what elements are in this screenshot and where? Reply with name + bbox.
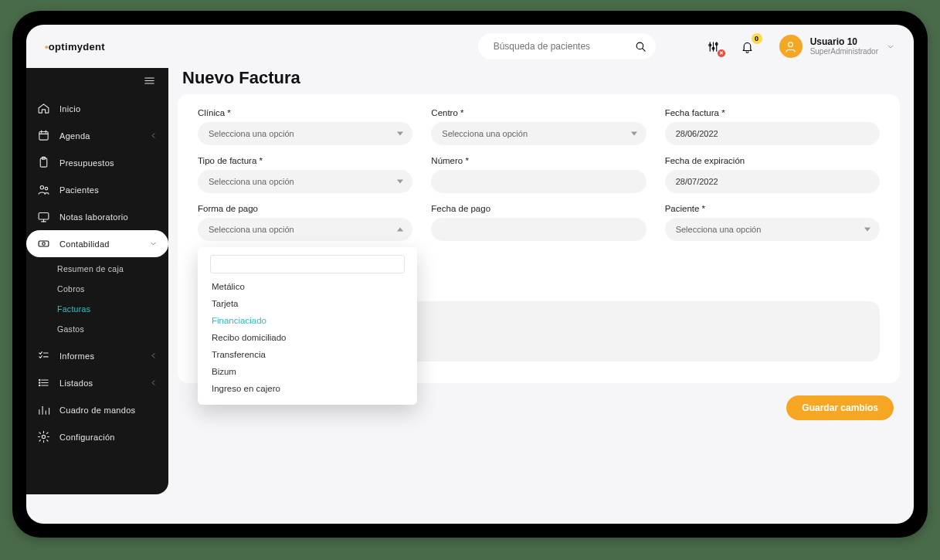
label-centro: Centro * xyxy=(431,108,646,117)
svg-point-24 xyxy=(42,243,46,246)
sidebar-item-notas-lab[interactable]: Notas laboratorio xyxy=(26,203,168,230)
sidebar-item-inicio[interactable]: Inicio xyxy=(26,95,168,122)
svg-rect-20 xyxy=(39,213,49,220)
input-numero[interactable] xyxy=(431,170,646,193)
svg-point-18 xyxy=(40,186,43,189)
chevron-down-icon xyxy=(149,237,158,250)
menu-icon xyxy=(143,74,156,87)
group-tipo-factura: Tipo de factura * Selecciona una opción xyxy=(198,156,412,193)
sidebar-item-label: Configuración xyxy=(59,433,115,442)
invoice-form: Clínica * Selecciona una opción Centro *… xyxy=(178,94,900,383)
sub-item-gastos[interactable]: Gastos xyxy=(26,319,168,339)
sidebar-item-informes[interactable]: Informes xyxy=(26,342,168,369)
label-tipo-factura: Tipo de factura * xyxy=(198,156,412,165)
select-paciente[interactable]: Selecciona una opción xyxy=(665,218,880,241)
chevron-left-icon xyxy=(149,129,158,142)
sidebar: Inicio Agenda Presupuestos Pacientes xyxy=(26,68,168,494)
select-forma-pago[interactable]: Selecciona una opción xyxy=(198,218,412,241)
sidebar-item-label: Inicio xyxy=(59,104,80,114)
avatar xyxy=(779,35,803,58)
dropdown-forma-pago: MetálicoTarjetaFinanciaciadoRecibo domic… xyxy=(198,247,417,405)
label-clinica: Clínica * xyxy=(198,108,412,117)
sidebar-item-label: Agenda xyxy=(59,131,90,141)
home-icon xyxy=(37,102,50,115)
svg-point-30 xyxy=(39,379,39,380)
clipboard-icon xyxy=(37,156,50,169)
device-frame: •optimydent ✕ 0 xyxy=(12,11,928,538)
label-paciente: Paciente * xyxy=(665,204,880,213)
users-icon xyxy=(37,183,50,196)
select-clinica[interactable]: Selecciona una opción xyxy=(198,122,412,145)
dropdown-option[interactable]: Bizum xyxy=(204,363,408,380)
group-forma-pago: Forma de pago Selecciona una opción Metá… xyxy=(198,204,412,241)
dropdown-option[interactable]: Tarjeta xyxy=(204,295,408,312)
user-role: SuperAdministrador xyxy=(810,47,878,56)
sidebar-item-agenda[interactable]: Agenda xyxy=(26,122,168,149)
group-paciente: Paciente * Selecciona una opción xyxy=(665,204,880,241)
dropdown-search-input[interactable] xyxy=(210,255,405,273)
settings-sliders-icon[interactable]: ✕ xyxy=(705,38,722,55)
svg-point-19 xyxy=(45,187,48,190)
bar-chart-icon xyxy=(37,403,50,416)
svg-point-37 xyxy=(42,435,45,438)
dropdown-option[interactable]: Ingreso en cajero xyxy=(204,380,408,397)
chevron-left-icon xyxy=(149,376,158,389)
group-numero: Número * xyxy=(431,156,646,193)
dropdown-option[interactable]: Metálico xyxy=(204,278,408,295)
sub-item-resumen-caja[interactable]: Resumen de caja xyxy=(26,259,168,279)
select-tipo-factura[interactable]: Selecciona una opción xyxy=(198,170,412,193)
dropdown-option-list: MetálicoTarjetaFinanciaciadoRecibo domic… xyxy=(204,278,411,397)
label-numero: Número * xyxy=(431,156,646,165)
sub-item-cobros[interactable]: Cobros xyxy=(26,279,168,299)
app-screen: •optimydent ✕ 0 xyxy=(26,25,914,524)
sidebar-item-label: Presupuestos xyxy=(59,158,114,168)
svg-rect-23 xyxy=(39,241,49,246)
bell-icon[interactable]: 0 xyxy=(739,38,756,55)
sidebar-item-listados[interactable]: Listados xyxy=(26,369,168,396)
label-forma-pago: Forma de pago xyxy=(198,204,412,213)
checklist-icon xyxy=(37,349,50,362)
cash-icon xyxy=(37,237,50,250)
user-menu[interactable]: Usuario 10 SuperAdministrador xyxy=(779,35,895,58)
sidebar-item-presupuestos[interactable]: Presupuestos xyxy=(26,149,168,176)
dropdown-option[interactable]: Financiaciado xyxy=(204,312,408,329)
sidebar-item-dashboard[interactable]: Cuadro de mandos xyxy=(26,396,168,423)
patient-search[interactable] xyxy=(478,33,656,59)
input-fecha-factura[interactable] xyxy=(665,122,880,145)
topbar: •optimydent ✕ 0 xyxy=(26,25,914,68)
input-fecha-exp[interactable] xyxy=(665,170,880,193)
select-centro[interactable]: Selecciona una opción xyxy=(431,122,646,145)
sidebar-item-label: Pacientes xyxy=(59,185,99,195)
search-input[interactable] xyxy=(492,40,626,53)
sidebar-item-label: Contabilidad xyxy=(59,239,110,249)
sidebar-item-config[interactable]: Configuración xyxy=(26,423,168,450)
sidebar-item-pacientes[interactable]: Pacientes xyxy=(26,176,168,203)
dropdown-option[interactable]: Transferencia xyxy=(204,346,408,363)
brand-logo: •optimydent xyxy=(45,41,105,53)
gear-icon xyxy=(37,430,50,443)
label-fecha-exp: Fecha de expiración xyxy=(665,156,880,165)
user-name: Usuario 10 xyxy=(810,37,878,48)
search-icon[interactable] xyxy=(633,38,648,55)
alert-badge-icon: ✕ xyxy=(718,49,725,57)
chevron-left-icon xyxy=(149,349,158,362)
calendar-icon xyxy=(37,129,50,142)
page-title: Nuevo Factura xyxy=(178,68,900,94)
sub-item-facturas[interactable]: Facturas xyxy=(26,299,168,319)
group-centro: Centro * Selecciona una opción xyxy=(431,108,646,145)
monitor-icon xyxy=(37,210,50,223)
group-fecha-factura: Fecha factura * xyxy=(665,108,880,145)
input-fecha-pago[interactable] xyxy=(431,218,646,241)
sidebar-submenu-contabilidad: Resumen de caja Cobros Facturas Gastos xyxy=(26,257,168,342)
sidebar-toggle[interactable] xyxy=(26,71,168,95)
group-fecha-exp: Fecha de expiración xyxy=(665,156,880,193)
sidebar-item-label: Informes xyxy=(59,351,94,361)
sidebar-item-contabilidad[interactable]: Contabilidad xyxy=(26,230,168,257)
main-content: Nuevo Factura Clínica * Selecciona una o… xyxy=(178,68,900,510)
label-fecha-pago: Fecha de pago xyxy=(431,204,646,213)
dropdown-option[interactable]: Recibo domiciliado xyxy=(204,329,408,346)
label-fecha-factura: Fecha factura * xyxy=(665,108,880,117)
group-clinica: Clínica * Selecciona una opción xyxy=(198,108,412,145)
notification-badge: 0 xyxy=(752,33,762,44)
save-button[interactable]: Guardar cambios xyxy=(786,395,894,420)
